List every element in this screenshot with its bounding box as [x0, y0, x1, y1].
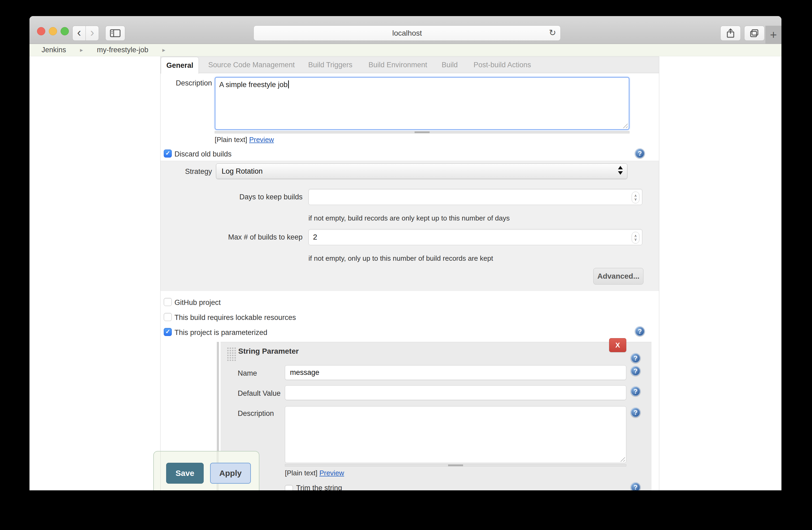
parameter-title: String Parameter	[238, 347, 299, 356]
resize-grip-icon[interactable]	[622, 122, 628, 128]
strategy-select[interactable]: Log Rotation	[216, 163, 627, 179]
tab-build-environment[interactable]: Build Environment	[368, 57, 427, 73]
plus-icon: +	[770, 28, 777, 42]
chevron-right-icon	[80, 47, 83, 54]
textarea-drag-handle[interactable]	[215, 131, 629, 133]
lockable-resources-checkbox[interactable]	[164, 313, 172, 321]
lockable-resources-label: This build requires lockable resources	[174, 313, 296, 322]
forward-button[interactable]: ›	[86, 26, 99, 41]
number-spinner[interactable]	[632, 232, 639, 244]
tab-overview-button[interactable]	[744, 26, 765, 41]
drag-handle-icon[interactable]	[227, 347, 236, 361]
breadcrumb-jenkins[interactable]: Jenkins	[42, 46, 66, 54]
delete-parameter-button[interactable]: X	[609, 338, 626, 352]
minimize-window-button[interactable]	[49, 27, 57, 35]
help-icon[interactable]: ?	[635, 326, 645, 336]
help-icon[interactable]: ?	[630, 353, 640, 363]
param-mode-note: [Plain text] Preview	[285, 469, 344, 477]
share-icon	[726, 28, 735, 38]
discard-builds-block	[161, 161, 659, 291]
description-textarea[interactable]: A simple freestyle job	[215, 77, 629, 130]
apply-button[interactable]: Apply	[210, 463, 251, 484]
chevron-right-icon	[162, 47, 165, 54]
textarea-drag-handle[interactable]	[285, 464, 626, 467]
config-tab-strip: General Source Code Management Build Tri…	[161, 57, 659, 73]
trim-string-checkbox[interactable]	[285, 485, 293, 490]
save-button[interactable]: Save	[166, 463, 204, 484]
parameterized-label: This project is parameterized	[174, 328, 267, 337]
trim-string-label: Trim the string	[296, 484, 342, 490]
help-icon[interactable]: ?	[630, 386, 640, 396]
help-icon[interactable]: ?	[630, 408, 640, 417]
help-icon[interactable]: ?	[635, 148, 645, 158]
browser-titlebar: ‹ › localhost ↻	[29, 16, 781, 44]
share-button[interactable]	[720, 26, 741, 41]
number-spinner[interactable]	[632, 192, 639, 203]
text-caret	[288, 80, 289, 88]
tab-build-triggers[interactable]: Build Triggers	[308, 57, 352, 73]
panel-divider	[160, 452, 161, 490]
strategy-label: Strategy	[161, 167, 212, 176]
select-arrows-icon	[618, 166, 623, 175]
days-to-keep-input[interactable]	[308, 189, 642, 205]
param-description-label: Description	[238, 409, 280, 418]
max-builds-label: Max # of builds to keep	[161, 233, 303, 241]
discard-old-builds-label: Discard old builds	[174, 150, 232, 158]
sidebar-icon	[110, 29, 120, 37]
max-builds-help-text: if not empty, only up to this number of …	[308, 254, 493, 263]
advanced-button[interactable]: Advanced...	[593, 268, 643, 284]
breadcrumb: Jenkins my-freestyle-job	[29, 44, 781, 56]
days-to-keep-help-text: if not empty, build records are only kep…	[308, 214, 510, 222]
preview-link[interactable]: Preview	[249, 136, 274, 144]
config-panel: General Source Code Management Build Tri…	[160, 57, 659, 490]
breadcrumb-job[interactable]: my-freestyle-job	[97, 46, 148, 54]
back-button[interactable]: ‹	[72, 26, 86, 41]
days-to-keep-label: Days to keep builds	[161, 193, 303, 201]
browser-window: ‹ › localhost ↻	[29, 16, 781, 490]
preview-link[interactable]: Preview	[319, 469, 344, 477]
zoom-window-button[interactable]	[61, 27, 69, 35]
back-icon: ‹	[77, 27, 81, 39]
param-name-label: Name	[238, 369, 261, 378]
tab-build[interactable]: Build	[441, 57, 458, 73]
save-apply-panel: Save Apply	[153, 451, 259, 490]
resize-grip-icon[interactable]	[619, 456, 625, 462]
tab-source-code-management[interactable]: Source Code Management	[208, 57, 295, 73]
tab-general[interactable]: General	[161, 57, 199, 74]
tab-post-build-actions[interactable]: Post-build Actions	[474, 57, 531, 73]
address-bar[interactable]: localhost ↻	[253, 26, 561, 41]
close-window-button[interactable]	[37, 27, 45, 35]
forward-icon: ›	[90, 27, 94, 39]
discard-old-builds-checkbox[interactable]	[164, 149, 172, 158]
param-default-label: Default Value	[238, 389, 283, 398]
config-form: Description A simple freestyle job [Plai…	[161, 73, 659, 490]
parameterized-checkbox[interactable]	[164, 328, 172, 336]
description-label: Description	[161, 79, 212, 87]
github-project-label: GitHub project	[174, 298, 221, 307]
param-name-input[interactable]: message	[285, 365, 626, 380]
param-default-input[interactable]	[285, 385, 626, 400]
help-icon[interactable]: ?	[630, 366, 640, 376]
new-tab-button[interactable]: +	[765, 26, 781, 44]
sidebar-toggle-button[interactable]	[105, 26, 125, 41]
description-mode-note: [Plain text] Preview	[215, 136, 274, 144]
screenshot-root: ‹ › localhost ↻	[0, 0, 812, 530]
reload-button[interactable]: ↻	[549, 28, 556, 38]
param-description-textarea[interactable]	[285, 406, 626, 463]
address-bar-text: localhost	[392, 29, 422, 38]
github-project-checkbox[interactable]	[164, 298, 172, 306]
help-icon[interactable]: ?	[630, 482, 640, 490]
max-builds-input[interactable]: 2	[308, 229, 642, 245]
tabs-icon	[750, 29, 759, 38]
